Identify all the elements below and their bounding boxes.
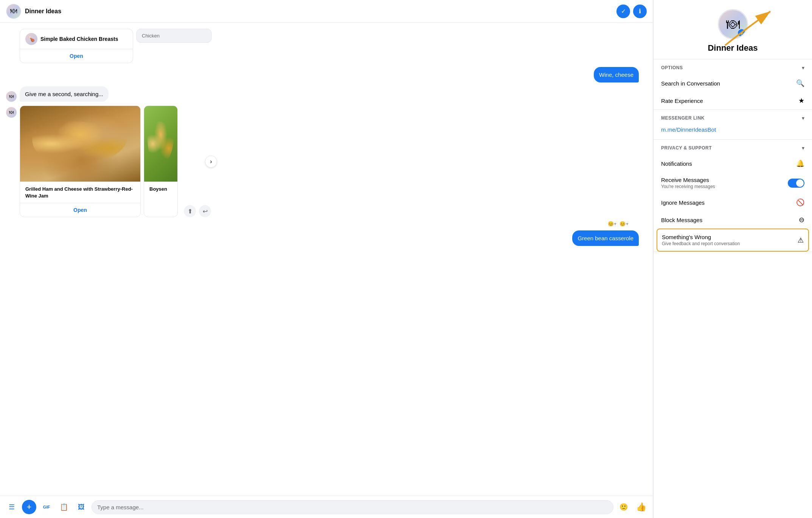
messenger-badge: ⚡: [738, 29, 745, 37]
recipe-title: Simple Baked Chicken Breasts: [40, 36, 127, 42]
options-section: OPTIONS ▾ Search in Conversation 🔍 Rate …: [654, 59, 812, 110]
messenger-link-section: MESSENGER LINK ▾ m.me/DinnerIdeasBot: [654, 110, 812, 140]
info-panel-title: Dinner Ideas: [708, 43, 758, 53]
recipe-open-button[interactable]: Open: [20, 49, 133, 63]
privacy-support-section: PRIVACY & SUPPORT ▾ Notifications 🔔 Rece…: [654, 140, 812, 252]
recipe-image-2: [144, 106, 177, 182]
food-visual-2: [144, 106, 177, 182]
somethings-wrong-item-left: Something's Wrong Give feedback and repo…: [662, 234, 740, 246]
checkmark-icon: ✓: [621, 8, 626, 15]
privacy-support-header[interactable]: PRIVACY & SUPPORT ▾: [654, 140, 812, 155]
receive-messages-subtitle: You're receiving messages: [661, 184, 715, 189]
recipe-icon: 🍗: [25, 33, 37, 45]
recipe-card-top: 🍗 Simple Baked Chicken Breasts: [20, 29, 133, 49]
block-messages-item[interactable]: Block Messages ⊖: [654, 211, 812, 229]
read-indicator: ✓: [643, 78, 647, 82]
chat-messages: 🍗 Simple Baked Chicken Breasts Open Chic…: [0, 23, 653, 496]
message-input[interactable]: [92, 500, 613, 514]
recipe-card-2-body: Boysen: [144, 182, 177, 196]
ignore-messages-item[interactable]: Ignore Messages 🚫: [654, 194, 812, 211]
receive-messages-label: Receive Messages: [661, 177, 715, 183]
messenger-link-url[interactable]: m.me/DinnerIdeasBot: [661, 126, 716, 133]
recipe-card-1: Grilled Ham and Cheese with Strawberry-R…: [20, 106, 141, 217]
gif-button[interactable]: GIF: [39, 500, 54, 514]
bell-icon: 🔔: [796, 159, 804, 168]
recipe-card-1-open[interactable]: Open: [20, 203, 140, 217]
bot-avatar-emoji2: 🍽: [9, 110, 14, 115]
emoji-button[interactable]: 🙂: [616, 500, 631, 514]
image-icon: 🖼: [78, 503, 85, 511]
menu-icon: ☰: [9, 503, 15, 511]
recipe-card-simple: 🍗 Simple Baked Chicken Breasts Open Chic…: [6, 29, 647, 63]
recipe-card-2-title: Boysen: [149, 186, 167, 192]
gif-label: GIF: [43, 505, 50, 509]
info-panel: 🍽 ⚡ Dinner Ideas OPTIONS ▾ Search in Con…: [653, 0, 812, 518]
add-reaction-left[interactable]: 😊+: [608, 221, 617, 227]
recipe-image-1: [20, 106, 140, 182]
user-bubble: Wine, cheese: [594, 67, 639, 82]
somethings-wrong-item[interactable]: Something's Wrong Give feedback and repo…: [657, 229, 809, 252]
messenger-icon: ⚡: [739, 31, 744, 35]
card-nav-button[interactable]: ›: [205, 156, 217, 168]
attachment-button[interactable]: 📋: [57, 500, 71, 514]
rate-experience-label: Rate Experience: [661, 98, 703, 104]
add-reaction-right[interactable]: 😊+: [619, 221, 629, 227]
add-button[interactable]: +: [22, 500, 36, 514]
options-chevron-icon: ▾: [802, 65, 804, 71]
info-bot-avatar: 🍽 ⚡: [718, 9, 748, 39]
notifications-label: Notifications: [661, 160, 692, 167]
bot-avatar-small: 🍽: [6, 91, 17, 102]
info-icon: ℹ: [639, 8, 641, 15]
search-in-conversation-item[interactable]: Search in Conversation 🔍: [654, 75, 812, 92]
header-actions: ✓ ℹ: [616, 5, 647, 18]
messenger-link-chevron-icon: ▾: [802, 115, 804, 121]
checkmark-button[interactable]: ✓: [616, 5, 630, 18]
ignore-messages-item-left: Ignore Messages: [661, 199, 705, 206]
user-bubble-2-text: Green bean casserole: [578, 235, 633, 241]
user-bubble-2: Green bean casserole: [572, 230, 639, 246]
page-title: Dinner Ideas: [25, 8, 616, 15]
receive-messages-item[interactable]: Receive Messages You're receiving messag…: [654, 172, 812, 194]
notifications-item[interactable]: Notifications 🔔: [654, 155, 812, 172]
messenger-link-label: MESSENGER LINK: [661, 115, 705, 121]
privacy-support-chevron-icon: ▾: [802, 145, 804, 151]
rate-experience-item[interactable]: Rate Experience ★: [654, 92, 812, 109]
cards-wrapper: Grilled Ham and Cheese with Strawberry-R…: [20, 106, 211, 217]
recipe-card-1-title: Grilled Ham and Cheese with Strawberry-R…: [25, 186, 133, 199]
send-button[interactable]: 👍: [634, 500, 648, 514]
reaction-row: 😊+ 😊+: [6, 221, 647, 227]
block-icon: ⊖: [799, 216, 804, 224]
user-bubble-text: Wine, cheese: [599, 72, 633, 78]
recipe-card-1-body: Grilled Ham and Cheese with Strawberry-R…: [20, 182, 140, 203]
block-messages-item-left: Block Messages: [661, 217, 702, 223]
messenger-link-header[interactable]: MESSENGER LINK ▾: [654, 110, 812, 125]
read-indicator-2: ✓: [643, 241, 647, 246]
emoji-icon: 🙂: [619, 503, 628, 511]
menu-button[interactable]: ☰: [5, 500, 19, 514]
user-message-row: Wine, cheese ✓: [6, 67, 647, 82]
notifications-item-left: Notifications: [661, 160, 692, 167]
attachment-icon: 📋: [60, 503, 68, 511]
user-message-row-2: Green bean casserole ✓: [6, 230, 647, 246]
messenger-link-container: m.me/DinnerIdeasBot: [654, 125, 812, 139]
block-messages-label: Block Messages: [661, 217, 702, 223]
options-section-header[interactable]: OPTIONS ▾: [654, 59, 812, 75]
bot-avatar-emoji: 🍽: [9, 94, 14, 99]
receive-messages-toggle[interactable]: [788, 179, 804, 188]
somethings-wrong-subtitle: Give feedback and report conversation: [662, 241, 740, 246]
share-icon[interactable]: ⬆: [184, 205, 196, 217]
add-icon: +: [27, 502, 32, 512]
avatar-image: 🍽: [6, 4, 21, 19]
somethings-wrong-label: Something's Wrong: [662, 234, 740, 240]
info-bot-emoji: 🍽: [726, 16, 740, 32]
bot-avatar-cards: 🍽: [6, 107, 17, 118]
recipe-card-partial: Chicken: [136, 29, 212, 43]
chat-header: 🍽 Dinner Ideas ✓ ℹ: [0, 0, 653, 23]
reply-icon[interactable]: ↩: [199, 205, 211, 217]
warning-icon: ⚠: [798, 236, 804, 244]
info-button[interactable]: ℹ: [633, 5, 647, 18]
star-icon: ★: [798, 96, 804, 105]
bot-bubble-text: Give me a second, searching...: [25, 91, 103, 97]
recipe-tag: Chicken: [136, 29, 212, 43]
image-button[interactable]: 🖼: [74, 500, 88, 514]
